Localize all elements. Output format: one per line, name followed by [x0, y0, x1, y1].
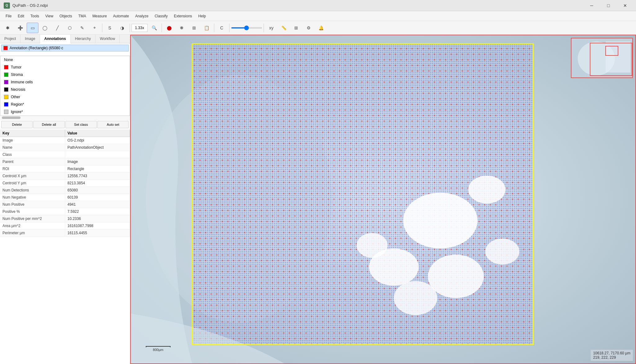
menu-tma[interactable]: TMA	[75, 13, 89, 20]
prop-value: Rectangle	[65, 165, 130, 172]
menu-edit[interactable]: Edit	[15, 13, 27, 20]
svg-point-13	[485, 239, 519, 265]
tool-polygon[interactable]: ⬡	[64, 23, 76, 33]
maximize-button[interactable]: □	[601, 1, 616, 10]
minimap[interactable]	[571, 38, 633, 78]
minimize-button[interactable]: ─	[585, 1, 599, 10]
prop-key: Perimeter µm	[0, 230, 65, 236]
class-immune-label: Immune cells	[11, 80, 33, 84]
image-viewer[interactable]: 800µm 10618.27, 7170.60 µm 219, 222, 229	[130, 35, 636, 364]
brightness-slider[interactable]	[231, 27, 262, 29]
prop-value: 10.2336	[65, 215, 130, 222]
prop-key: Num Positive per mm^2	[0, 215, 65, 222]
menu-objects[interactable]: Objects	[56, 13, 75, 20]
scale-line	[146, 346, 171, 347]
menu-extensions[interactable]: Extensions	[171, 13, 195, 20]
tool-notification[interactable]: 🔔	[315, 23, 327, 33]
class-necrosis[interactable]: Necrosis	[0, 86, 130, 93]
class-necrosis-label: Necrosis	[11, 87, 25, 92]
menu-help[interactable]: Help	[195, 13, 209, 20]
tool-rectangle[interactable]: ▭	[27, 23, 38, 33]
tool-settings[interactable]: ⚙	[303, 23, 314, 33]
tab-workflow[interactable]: Workflow	[96, 35, 120, 43]
delete-all-button[interactable]: Delete all	[33, 121, 64, 128]
tool-red-highlight[interactable]: ⬤	[163, 23, 175, 33]
menu-classify[interactable]: Classify	[152, 13, 171, 20]
prop-value: 7.5922	[65, 208, 130, 215]
menu-measure[interactable]: Measure	[89, 13, 110, 20]
key-header: Key	[0, 130, 65, 137]
auto-set-button[interactable]: Auto set	[97, 121, 129, 128]
tool-brush[interactable]: ✎	[76, 23, 88, 33]
menu-analyze[interactable]: Analyze	[132, 13, 152, 20]
prop-value: 65080	[65, 187, 130, 194]
menu-automate[interactable]: Automate	[110, 13, 132, 20]
tool-add[interactable]: ➕	[14, 23, 26, 33]
class-other-color	[4, 95, 8, 99]
toolbar: ✱ ➕ ▭ ◯ ╱ ⬡ ✎ ⌖ S ◑ 🔍 ⬤ ❋ ⊞ 📋 C xy 📏 ⊞ ⚙…	[0, 21, 636, 35]
prop-value	[65, 151, 130, 158]
property-row: Image OS-2.ndpi	[0, 137, 130, 144]
class-stroma[interactable]: Stroma	[0, 71, 130, 78]
tool-xy[interactable]: xy	[265, 23, 277, 33]
annotation-item[interactable]: Annotation (Rectangle) (65080 c	[1, 45, 129, 51]
close-button[interactable]: ✕	[618, 1, 632, 10]
zoom-fit[interactable]: 🔍	[148, 23, 160, 33]
menu-view[interactable]: View	[42, 13, 56, 20]
menu-file[interactable]: File	[2, 13, 15, 20]
prop-value: 16161087.7998	[65, 222, 130, 229]
prop-value: OS-2.ndpi	[65, 137, 130, 144]
annotation-scrollbar[interactable]	[0, 116, 130, 120]
tool-wand[interactable]: ⌖	[89, 23, 100, 33]
class-none[interactable]: None	[0, 56, 130, 64]
set-class-button[interactable]: Set class	[65, 121, 97, 128]
prop-key: Centroid Y µm	[0, 180, 65, 186]
tab-image[interactable]: Image	[20, 35, 40, 43]
class-region[interactable]: Region*	[0, 101, 130, 108]
class-ignore[interactable]: Ignore*	[0, 108, 130, 116]
tab-project[interactable]: Project	[0, 35, 20, 43]
prop-key: Num Negative	[0, 194, 65, 201]
tool-measure[interactable]: 📏	[278, 23, 290, 33]
svg-point-9	[468, 176, 505, 204]
tool-table[interactable]: ⊞	[290, 23, 302, 33]
class-necrosis-color	[4, 87, 8, 92]
tab-annotations[interactable]: Annotations	[40, 35, 71, 43]
window-controls[interactable]: ─ □ ✕	[585, 1, 632, 10]
tool-pointer[interactable]: ✱	[2, 23, 14, 33]
annotation-label: Annotation (Rectangle) (65080 c	[10, 46, 63, 50]
main-layout: Project Image Annotations Hierarchy Work…	[0, 35, 636, 364]
tool-c[interactable]: C	[216, 23, 228, 33]
prop-key: Name	[0, 144, 65, 151]
tool-grid[interactable]: ⊞	[188, 23, 200, 33]
class-stroma-label: Stroma	[11, 72, 23, 77]
svg-point-7	[403, 193, 478, 248]
title-bar-left: Q QuPath - OS-2.ndpi	[4, 2, 48, 9]
delete-button[interactable]: Delete	[1, 121, 33, 128]
prop-value: Image	[65, 158, 130, 165]
class-tumor[interactable]: Tumor	[0, 64, 130, 71]
class-immune-cells[interactable]: Immune cells	[0, 78, 130, 86]
toolbar-separator-6	[264, 24, 264, 32]
annotation-list: Annotation (Rectangle) (65080 c	[0, 43, 130, 56]
prop-key: Positive %	[0, 208, 65, 215]
tab-hierarchy[interactable]: Hierarchy	[71, 35, 96, 43]
tool-brightness[interactable]: ◑	[116, 23, 128, 33]
tool-s[interactable]: S	[104, 23, 116, 33]
tool-ellipse[interactable]: ◯	[39, 23, 51, 33]
zoom-input[interactable]	[131, 24, 148, 32]
prop-key: Parent	[0, 158, 65, 165]
coordinates-rgb: 219, 222, 229	[593, 355, 630, 360]
property-row: Num Negative 60139	[0, 194, 130, 201]
tool-cells[interactable]: ❋	[176, 23, 188, 33]
class-ignore-color	[4, 110, 8, 114]
scroll-thumb[interactable]	[2, 116, 20, 119]
tool-line[interactable]: ╱	[51, 23, 63, 33]
tool-layers[interactable]: 📋	[201, 23, 212, 33]
class-other[interactable]: Other	[0, 93, 130, 101]
property-row: Perimeter µm 16115.4455	[0, 230, 130, 237]
menu-tools[interactable]: Tools	[27, 13, 42, 20]
property-row: ROI Rectangle	[0, 165, 130, 173]
property-row: Centroid X µm 12556.7743	[0, 173, 130, 180]
class-dropdown: None Tumor Stroma Immune cells Necrosis …	[0, 56, 130, 116]
